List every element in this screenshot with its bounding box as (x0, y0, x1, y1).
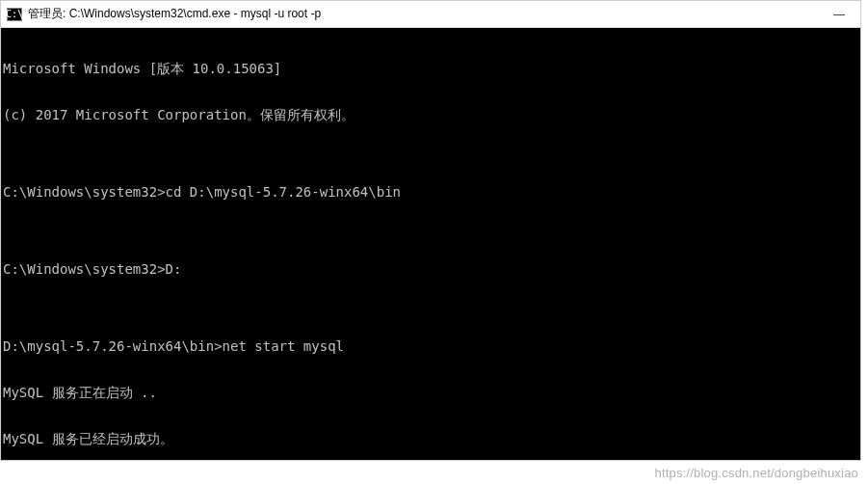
cmd-app-icon: C:\ (7, 8, 22, 21)
terminal-area[interactable]: Microsoft Windows [版本 10.0.15063] (c) 20… (1, 28, 860, 460)
terminal-line: MySQL 服务正在启动 .. (3, 385, 858, 400)
cmd-window: C:\ 管理员: C:\Windows\system32\cmd.exe - m… (0, 0, 861, 461)
terminal-line: (c) 2017 Microsoft Corporation。保留所有权利。 (3, 107, 858, 122)
terminal-line: C:\Windows\system32>D: (3, 261, 858, 277)
window-title: 管理员: C:\Windows\system32\cmd.exe - mysql… (28, 6, 818, 22)
terminal-line: MySQL 服务已经启动成功。 (3, 431, 858, 446)
minimize-button[interactable]: — (818, 1, 860, 27)
terminal-line: Microsoft Windows [版本 10.0.15063] (3, 61, 858, 76)
watermark-text: https://blog.csdn.net/dongbeihuxiao (654, 466, 858, 480)
titlebar[interactable]: C:\ 管理员: C:\Windows\system32\cmd.exe - m… (1, 1, 860, 28)
terminal-line: C:\Windows\system32>cd D:\mysql-5.7.26-w… (3, 184, 858, 200)
terminal-line: D:\mysql-5.7.26-winx64\bin>net start mys… (3, 338, 858, 354)
window-controls: — (818, 1, 860, 27)
